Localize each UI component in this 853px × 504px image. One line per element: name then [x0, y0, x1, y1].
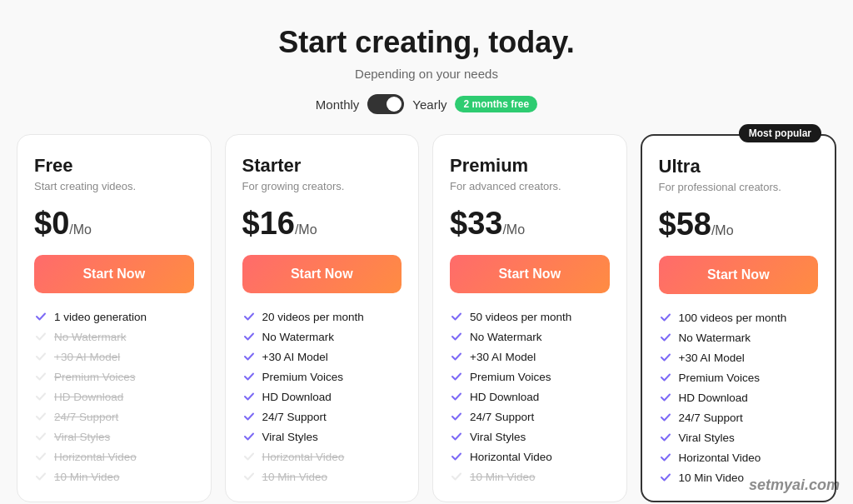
- feature-label: No Watermark: [470, 331, 542, 343]
- feature-item: Viral Styles: [242, 430, 402, 443]
- start-now-button-premium[interactable]: Start Now: [450, 255, 610, 293]
- check-icon: [34, 350, 47, 363]
- plan-desc-premium: For advanced creators.: [450, 180, 610, 192]
- check-icon: [659, 331, 672, 344]
- feature-label: Viral Styles: [470, 431, 526, 443]
- feature-label: Viral Styles: [262, 431, 318, 443]
- check-icon: [450, 430, 463, 443]
- feature-item: Viral Styles: [659, 431, 819, 444]
- check-icon: [450, 330, 463, 343]
- feature-label: No Watermark: [262, 331, 335, 343]
- feature-item: No Watermark: [659, 331, 819, 344]
- feature-label: +30 AI Model: [470, 351, 536, 363]
- plan-price-starter: $16/Mo: [242, 206, 402, 242]
- feature-label: No Watermark: [54, 331, 127, 343]
- feature-item: 1 video generation: [34, 310, 194, 323]
- check-icon: [242, 390, 256, 403]
- yearly-label: Yearly: [412, 97, 446, 112]
- plan-name-premium: Premium: [450, 155, 610, 177]
- feature-item: 10 Min Video: [450, 470, 610, 483]
- check-icon: [34, 410, 47, 423]
- feature-item: 24/7 Support: [242, 410, 402, 423]
- free-months-badge: 2 months free: [455, 96, 537, 112]
- check-icon: [450, 410, 463, 423]
- feature-label: 10 Min Video: [470, 471, 536, 483]
- check-icon: [659, 351, 672, 364]
- feature-label: 24/7 Support: [262, 411, 327, 423]
- feature-label: 100 videos per month: [679, 312, 787, 324]
- plan-card-premium: PremiumFor advanced creators.$33/MoStart…: [432, 134, 627, 502]
- feature-label: 24/7 Support: [54, 411, 118, 423]
- feature-label: 10 Min Video: [54, 471, 120, 483]
- feature-item: No Watermark: [242, 330, 402, 343]
- feature-label: Premium Voices: [262, 371, 344, 383]
- start-now-button-starter[interactable]: Start Now: [242, 255, 402, 293]
- feature-item: HD Download: [34, 390, 194, 403]
- feature-item: Premium Voices: [450, 370, 610, 383]
- feature-item: Premium Voices: [34, 370, 194, 383]
- feature-label: No Watermark: [679, 332, 751, 344]
- check-icon: [659, 411, 672, 424]
- feature-item: 50 videos per month: [450, 310, 610, 323]
- page-subtitle: Depending on your needs: [355, 67, 498, 81]
- feature-label: HD Download: [54, 391, 123, 403]
- feature-label: Viral Styles: [679, 432, 735, 444]
- check-icon: [34, 390, 47, 403]
- check-icon: [242, 370, 256, 383]
- check-icon: [659, 391, 672, 404]
- check-icon: [659, 471, 672, 484]
- check-icon: [450, 450, 463, 463]
- feature-item: Viral Styles: [450, 430, 610, 443]
- feature-label: 24/7 Support: [470, 411, 534, 423]
- check-icon: [450, 350, 463, 363]
- feature-label: HD Download: [470, 391, 539, 403]
- plan-price-free: $0/Mo: [34, 206, 194, 242]
- plan-card-free: FreeStart creating videos.$0/MoStart Now…: [17, 134, 212, 502]
- feature-label: Horizontal Video: [470, 451, 552, 463]
- feature-label: 10 Min Video: [262, 471, 328, 483]
- watermark-text: setmyai.com: [749, 477, 840, 494]
- plan-price-premium: $33/Mo: [450, 206, 610, 242]
- feature-item: No Watermark: [34, 330, 194, 343]
- feature-label: Premium Voices: [470, 371, 551, 383]
- feature-item: +30 AI Model: [450, 350, 610, 363]
- feature-item: HD Download: [242, 390, 402, 403]
- feature-item: 100 videos per month: [659, 311, 819, 324]
- feature-item: HD Download: [659, 391, 819, 404]
- check-icon: [659, 451, 672, 464]
- feature-label: Horizontal Video: [262, 451, 345, 463]
- check-icon: [34, 430, 47, 443]
- feature-label: Premium Voices: [679, 372, 761, 384]
- feature-item: No Watermark: [450, 330, 610, 343]
- check-icon: [34, 310, 47, 323]
- plans-container: FreeStart creating videos.$0/MoStart Now…: [17, 134, 836, 502]
- plan-price-ultra: $58/Mo: [659, 207, 819, 242]
- check-icon: [34, 450, 47, 463]
- feature-label: Horizontal Video: [54, 451, 137, 463]
- feature-label: 50 videos per month: [470, 311, 571, 323]
- start-now-button-ultra[interactable]: Start Now: [659, 256, 819, 294]
- plan-card-starter: StarterFor growing creators.$16/MoStart …: [225, 134, 420, 502]
- billing-toggle-track[interactable]: [367, 94, 404, 114]
- feature-item: +30 AI Model: [659, 351, 819, 364]
- feature-item: 20 videos per month: [242, 310, 402, 323]
- feature-item: +30 AI Model: [34, 350, 194, 363]
- check-icon: [242, 410, 256, 423]
- billing-toggle: Monthly Yearly 2 months free: [316, 94, 537, 114]
- check-icon: [450, 390, 463, 403]
- features-list-free: 1 video generationNo Watermark+30 AI Mod…: [34, 310, 194, 483]
- feature-item: Premium Voices: [659, 371, 819, 384]
- plan-desc-free: Start creating videos.: [34, 180, 194, 192]
- check-icon: [450, 370, 463, 383]
- feature-item: 10 Min Video: [242, 470, 402, 483]
- feature-label: Premium Voices: [54, 371, 136, 383]
- feature-item: 24/7 Support: [659, 411, 819, 424]
- feature-item: 24/7 Support: [450, 410, 610, 423]
- start-now-button-free[interactable]: Start Now: [34, 255, 194, 293]
- feature-label: HD Download: [679, 392, 748, 404]
- check-icon: [34, 330, 47, 343]
- plan-desc-ultra: For professional creators.: [659, 181, 819, 193]
- feature-label: 10 Min Video: [679, 472, 745, 484]
- toggle-thumb: [387, 97, 402, 112]
- plan-name-ultra: Ultra: [659, 156, 819, 177]
